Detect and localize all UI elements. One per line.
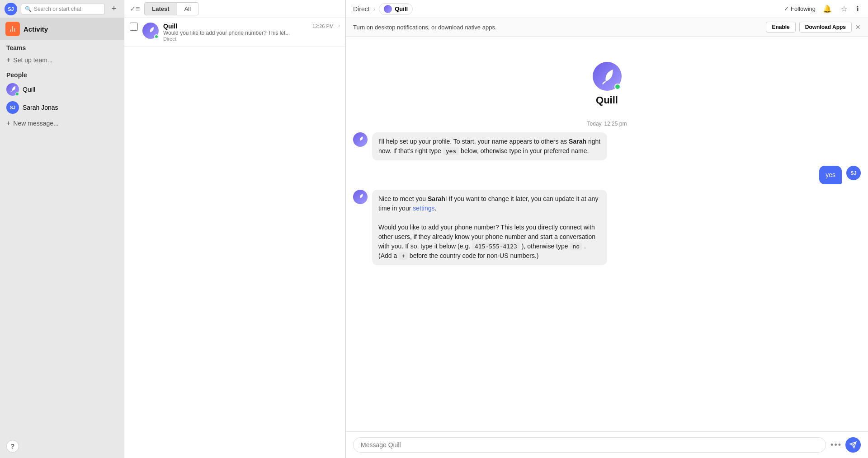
notif-bar-actions: Enable Download Apps ✕ bbox=[766, 22, 861, 33]
quill-msg-avatar-2 bbox=[353, 190, 368, 204]
inline-code-plus: + bbox=[399, 252, 408, 260]
middle-panel: ✓≡ Latest All Quill 12:26 PM Would you l… bbox=[124, 0, 346, 458]
bot-name: Quill bbox=[596, 94, 618, 106]
chat-item-sub: Direct bbox=[163, 36, 334, 42]
inline-code-no: no bbox=[570, 243, 582, 250]
sarah-avatar: SJ bbox=[6, 101, 19, 114]
chat-item-name: Quill bbox=[163, 23, 177, 30]
chat-online-dot bbox=[154, 34, 159, 39]
message-row-2: yes SJ bbox=[353, 166, 861, 184]
sidebar-header: SJ 🔍 Search or start chat + bbox=[0, 0, 124, 18]
user-avatar[interactable]: SJ bbox=[5, 3, 17, 15]
search-placeholder: Search or start chat bbox=[34, 6, 81, 12]
teams-section-label: Teams bbox=[0, 40, 124, 53]
people-section-label: People bbox=[0, 67, 124, 80]
activity-section[interactable]: Activity bbox=[0, 18, 124, 40]
tab-all[interactable]: All bbox=[177, 2, 198, 15]
user-msg-avatar: SJ bbox=[846, 166, 861, 180]
sidebar-item-quill[interactable]: Quill bbox=[0, 80, 124, 98]
chevron-right-icon: › bbox=[338, 23, 340, 29]
new-message-label: New message... bbox=[13, 120, 58, 127]
message-input[interactable] bbox=[353, 437, 826, 453]
quill-name: Quill bbox=[23, 86, 35, 93]
sidebar: SJ 🔍 Search or start chat + Activity Tea… bbox=[0, 0, 124, 458]
inline-code-yes: yes bbox=[443, 147, 459, 155]
close-notification-button[interactable]: ✕ bbox=[855, 23, 861, 31]
search-bar[interactable]: 🔍 Search or start chat bbox=[21, 4, 105, 14]
breadcrumb-chevron-icon: › bbox=[373, 5, 376, 13]
quill-badge-name: Quill bbox=[395, 5, 408, 12]
send-button[interactable] bbox=[845, 437, 861, 453]
message-bubble-1: I'll help set up your profile. To start,… bbox=[372, 132, 607, 160]
info-button[interactable]: ℹ bbox=[854, 3, 861, 15]
following-button[interactable]: ✓ Following bbox=[784, 5, 816, 12]
activity-icon bbox=[5, 22, 20, 36]
chat-topbar-left: Direct › Quill bbox=[353, 3, 413, 15]
filter-tabs: Latest All bbox=[144, 2, 198, 15]
message-row-1: I'll help set up your profile. To start,… bbox=[353, 132, 861, 160]
breadcrumb-direct: Direct bbox=[353, 5, 370, 13]
setup-team-item[interactable]: + Set up team... bbox=[0, 53, 124, 67]
notification-bar: Turn on desktop notifications, or downlo… bbox=[346, 18, 868, 37]
tab-latest[interactable]: Latest bbox=[144, 2, 177, 15]
bell-button[interactable]: 🔔 bbox=[821, 3, 834, 15]
chat-list-item-quill[interactable]: Quill 12:26 PM Would you like to add you… bbox=[124, 18, 345, 47]
help-button-container: ? bbox=[0, 435, 124, 458]
quill-online-dot bbox=[15, 92, 19, 96]
main-chat: Direct › Quill ✓ Following 🔔 ☆ ℹ Turn on… bbox=[346, 0, 868, 458]
star-button[interactable]: ☆ bbox=[839, 3, 849, 15]
settings-link[interactable]: settings bbox=[413, 205, 434, 212]
chat-topbar-right: ✓ Following 🔔 ☆ ℹ bbox=[784, 3, 861, 15]
chat-item-content: Quill 12:26 PM Would you like to add you… bbox=[163, 23, 334, 42]
bot-avatar-large bbox=[593, 62, 622, 91]
sarah-name: Sarah Jonas bbox=[23, 104, 58, 111]
setup-team-label: Set up team... bbox=[13, 56, 52, 64]
messages-area: Quill Today, 12:25 pm I'll help set up y… bbox=[346, 37, 868, 431]
new-message-item[interactable]: + New message... bbox=[0, 117, 124, 130]
notif-text: Turn on desktop notifications, or downlo… bbox=[353, 24, 497, 31]
chat-topbar: Direct › Quill ✓ Following 🔔 ☆ ℹ bbox=[346, 0, 868, 18]
sidebar-item-sarah[interactable]: SJ Sarah Jonas bbox=[0, 98, 124, 117]
message-bubble-3: Nice to meet you Sarah! If you want to c… bbox=[372, 190, 607, 265]
chat-avatar-wrap bbox=[142, 23, 159, 39]
bold-sarah: Sarah bbox=[428, 195, 445, 202]
message-timestamp: Today, 12:25 pm bbox=[353, 121, 861, 127]
chat-input-area: ••• bbox=[346, 431, 868, 458]
plus-icon: + bbox=[6, 56, 10, 64]
chat-item-time: 12:26 PM bbox=[312, 23, 334, 29]
download-apps-button[interactable]: Download Apps bbox=[799, 22, 852, 33]
chat-item-top: Quill 12:26 PM bbox=[163, 23, 334, 30]
check-icon: ✓ bbox=[784, 5, 789, 12]
bot-online-dot bbox=[614, 84, 621, 90]
plus-icon-new: + bbox=[6, 119, 10, 127]
input-options: ••• bbox=[830, 437, 861, 453]
middle-header: ✓≡ Latest All bbox=[124, 0, 345, 18]
quill-msg-avatar bbox=[353, 132, 368, 147]
activity-label: Activity bbox=[24, 25, 48, 33]
bold-name: Sarah bbox=[569, 138, 586, 145]
enable-notifications-button[interactable]: Enable bbox=[766, 22, 795, 33]
new-chat-button[interactable]: + bbox=[108, 4, 119, 14]
message-row-3: Nice to meet you Sarah! If you want to c… bbox=[353, 190, 861, 265]
chat-select-checkbox[interactable] bbox=[130, 23, 138, 31]
following-label: Following bbox=[791, 5, 816, 12]
more-options-button[interactable]: ••• bbox=[830, 440, 842, 450]
inline-code-phone: 415-555-4123 bbox=[472, 243, 520, 250]
help-button[interactable]: ? bbox=[6, 440, 19, 453]
mark-read-icon[interactable]: ✓≡ bbox=[130, 5, 140, 13]
message-bubble-2: yes bbox=[819, 166, 842, 184]
chat-item-preview: Would you like to add your phone number?… bbox=[163, 30, 334, 36]
bot-intro: Quill bbox=[353, 44, 861, 115]
search-icon: 🔍 bbox=[25, 6, 32, 12]
quill-badge[interactable]: Quill bbox=[379, 3, 413, 15]
quill-badge-avatar bbox=[384, 5, 392, 13]
quill-avatar bbox=[6, 83, 19, 96]
